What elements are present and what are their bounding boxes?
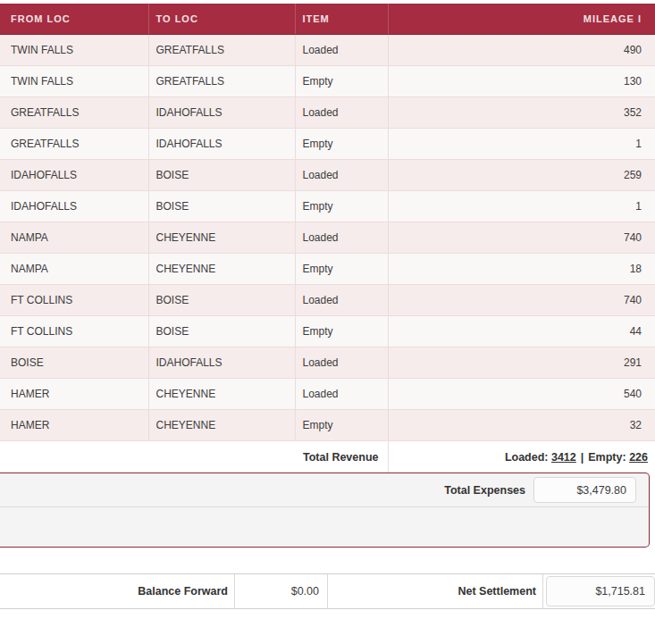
table-row: GREATFALLSIDAHOFALLSLoaded352: [0, 97, 655, 129]
mileage-cell: 740: [388, 285, 655, 316]
column-header-mileage: MILEAGE I: [388, 4, 655, 35]
balance-forward-label: Balance Forward: [138, 585, 228, 598]
total-revenue-label: Total Revenue: [0, 441, 388, 474]
totals-separator: |: [581, 451, 584, 464]
empty-total-label: Empty:: [588, 451, 626, 464]
to-loc-cell: BOISE: [148, 191, 295, 222]
to-loc-cell: IDAHOFALLS: [148, 347, 295, 379]
item-cell: Loaded: [295, 97, 388, 129]
item-cell: Loaded: [295, 379, 388, 410]
from-loc-cell: TWIN FALLS: [0, 66, 148, 97]
to-loc-cell: BOISE: [148, 160, 295, 191]
total-expenses-row: Total Expenses $3,479.80: [0, 473, 649, 507]
table-row: HAMERCHEYENNEEmpty32: [0, 410, 655, 441]
mileage-cell: 352: [388, 97, 655, 129]
item-cell: Empty: [295, 191, 388, 222]
table-row: TWIN FALLSGREATFALLSEmpty130: [0, 66, 655, 97]
net-settlement-cell: Net Settlement: [328, 574, 543, 608]
item-cell: Loaded: [295, 222, 388, 254]
column-header-item: ITEM: [295, 4, 388, 35]
from-loc-cell: FT COLLINS: [0, 285, 148, 316]
to-loc-cell: CHEYENNE: [148, 254, 295, 285]
mileage-table-body: TWIN FALLSGREATFALLSLoaded490TWIN FALLSG…: [0, 35, 655, 441]
to-loc-cell: IDAHOFALLS: [148, 97, 295, 129]
from-loc-cell: IDAHOFALLS: [0, 191, 148, 222]
table-row: IDAHOFALLSBOISEEmpty1: [0, 191, 655, 222]
item-cell: Empty: [295, 129, 388, 160]
balance-forward-value-cell: $0.00: [235, 574, 328, 608]
item-cell: Loaded: [295, 160, 388, 191]
balance-forward-cell: Balance Forward: [2, 574, 235, 608]
net-settlement-value: $1,715.81: [595, 585, 645, 598]
from-loc-cell: TWIN FALLS: [0, 35, 148, 66]
total-expenses-label: Total Expenses: [444, 484, 525, 497]
table-row: BOISEIDAHOFALLSLoaded291: [0, 347, 655, 379]
settlement-summary-bar: Balance Forward $0.00 Net Settlement $1,…: [0, 573, 655, 609]
table-header-row: FROM LOC TO LOC ITEM MILEAGE I: [0, 4, 655, 35]
total-expenses-value-field: $3,479.80: [533, 477, 636, 503]
to-loc-cell: IDAHOFALLS: [148, 129, 295, 160]
revenue-totals-cell: Loaded: 3412|Empty: 226: [388, 441, 655, 474]
from-loc-cell: HAMER: [0, 379, 148, 410]
loaded-total-link[interactable]: 3412: [551, 451, 576, 464]
to-loc-cell: GREATFALLS: [148, 35, 295, 66]
mileage-cell: 44: [388, 316, 655, 347]
item-cell: Loaded: [295, 347, 388, 379]
mileage-cell: 490: [388, 35, 655, 66]
item-cell: Loaded: [295, 285, 388, 316]
mileage-cell: 1: [388, 191, 655, 222]
from-loc-cell: FT COLLINS: [0, 316, 148, 347]
table-row: IDAHOFALLSBOISELoaded259: [0, 160, 655, 191]
mileage-report-table: FROM LOC TO LOC ITEM MILEAGE I TWIN FALL…: [0, 4, 655, 473]
table-row: FT COLLINSBOISELoaded740: [0, 285, 655, 316]
from-loc-cell: NAMPA: [0, 254, 148, 285]
balance-forward-value: $0.00: [291, 585, 319, 598]
mileage-cell: 259: [388, 160, 655, 191]
empty-total-link[interactable]: 226: [629, 451, 648, 464]
table-row: TWIN FALLSGREATFALLSLoaded490: [0, 35, 655, 66]
table-row: NAMPACHEYENNEEmpty18: [0, 254, 655, 285]
item-cell: Empty: [295, 316, 388, 347]
table-row: HAMERCHEYENNELoaded540: [0, 379, 655, 410]
to-loc-cell: BOISE: [148, 316, 295, 347]
to-loc-cell: CHEYENNE: [148, 410, 295, 441]
table-row: GREATFALLSIDAHOFALLSEmpty1: [0, 129, 655, 160]
net-settlement-value-field: $1,715.81: [546, 576, 655, 606]
to-loc-cell: CHEYENNE: [148, 222, 295, 254]
column-header-from-loc: FROM LOC: [0, 4, 148, 35]
from-loc-cell: GREATFALLS: [0, 129, 148, 160]
loaded-total-label: Loaded:: [505, 451, 549, 464]
total-expenses-panel: Total Expenses $3,479.80: [0, 473, 650, 548]
item-cell: Empty: [295, 410, 388, 441]
to-loc-cell: CHEYENNE: [148, 379, 295, 410]
table-row: FT COLLINSBOISEEmpty44: [0, 316, 655, 347]
mileage-cell: 540: [388, 379, 655, 410]
mileage-cell: 18: [388, 254, 655, 285]
mileage-cell: 740: [388, 222, 655, 254]
from-loc-cell: NAMPA: [0, 222, 148, 254]
from-loc-cell: BOISE: [0, 347, 148, 379]
to-loc-cell: BOISE: [148, 285, 295, 316]
mileage-cell: 32: [388, 410, 655, 441]
item-cell: Loaded: [295, 35, 388, 66]
table-row: NAMPACHEYENNELoaded740: [0, 222, 655, 254]
total-revenue-row: Total Revenue Loaded: 3412|Empty: 226: [0, 441, 655, 474]
column-header-to-loc: TO LOC: [148, 4, 295, 35]
from-loc-cell: IDAHOFALLS: [0, 160, 148, 191]
mileage-cell: 291: [388, 347, 655, 379]
to-loc-cell: GREATFALLS: [148, 66, 295, 97]
item-cell: Empty: [295, 254, 388, 285]
net-settlement-label: Net Settlement: [458, 585, 536, 598]
from-loc-cell: GREATFALLS: [0, 97, 148, 129]
total-expenses-value: $3,479.80: [576, 484, 626, 497]
mileage-cell: 1: [388, 129, 655, 160]
from-loc-cell: HAMER: [0, 410, 148, 441]
item-cell: Empty: [295, 66, 388, 97]
mileage-cell: 130: [388, 66, 655, 97]
